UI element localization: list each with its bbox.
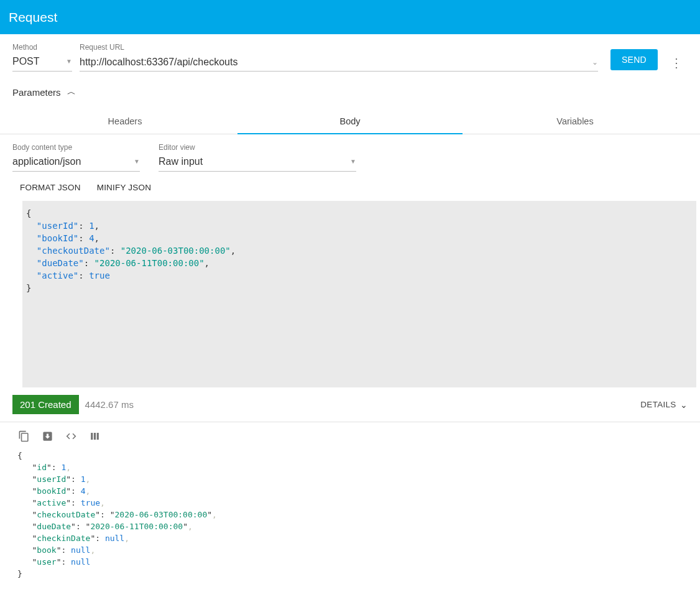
url-value: http://localhost:63367/api/checkouts <box>80 57 237 68</box>
url-label: Request URL <box>80 43 598 52</box>
tab-headers[interactable]: Headers <box>12 108 237 134</box>
parameters-toggle[interactable]: Parameters ︿ <box>0 72 700 104</box>
status-badge: 201 Created <box>12 395 79 414</box>
chevron-down-icon: ⌄ <box>592 58 598 67</box>
request-body-code: { "userId": 1, "bookId": 4, "checkoutDat… <box>22 201 696 387</box>
tab-variables[interactable]: Variables <box>463 108 688 134</box>
editor-gutter <box>12 201 22 387</box>
url-field: Request URL http://localhost:63367/api/c… <box>80 43 598 72</box>
format-actions: FORMAT JSON MINIFY JSON <box>0 173 700 197</box>
chevron-down-icon: ▼ <box>134 158 140 165</box>
tab-body[interactable]: Body <box>237 108 463 134</box>
editor-view-value: Raw input <box>159 156 203 167</box>
columns-view-icon[interactable] <box>88 430 101 442</box>
chevron-down-icon: ▼ <box>66 58 72 65</box>
editor-view-field: Editor view Raw input ▼ <box>159 143 356 172</box>
request-tabs: Headers Body Variables <box>0 108 700 134</box>
content-type-field: Body content type application/json ▼ <box>12 143 140 172</box>
minify-json-button[interactable]: MINIFY JSON <box>97 183 151 192</box>
editor-view-label: Editor view <box>159 143 356 152</box>
method-field: Method POST ▼ <box>12 43 72 72</box>
app-header: Request <box>0 0 700 34</box>
response-status-row: 201 Created 4442.67 ms DETAILS ⌄ <box>0 387 700 422</box>
method-label: Method <box>12 43 72 52</box>
method-select[interactable]: POST ▼ <box>12 53 72 72</box>
chevron-down-icon: ▼ <box>350 158 356 165</box>
url-input[interactable]: http://localhost:63367/api/checkouts ⌄ <box>80 53 598 72</box>
response-toolbar <box>0 422 700 445</box>
response-time: 4442.67 ms <box>85 399 134 410</box>
chevron-up-icon: ︿ <box>67 86 76 98</box>
details-toggle[interactable]: DETAILS ⌄ <box>640 400 688 410</box>
content-type-select[interactable]: application/json ▼ <box>12 153 140 172</box>
kebab-menu-icon[interactable]: ⋮ <box>665 55 688 70</box>
request-body-editor[interactable]: { "userId": 1, "bookId": 4, "checkoutDat… <box>12 201 696 387</box>
editor-view-select[interactable]: Raw input ▼ <box>159 153 356 172</box>
parameters-label: Parameters <box>12 87 61 98</box>
response-body: { "id": 1, "userId": 1, "bookId": 4, "ac… <box>0 445 700 592</box>
page-title: Request <box>9 10 57 25</box>
chevron-down-icon: ⌄ <box>680 400 688 410</box>
code-view-icon[interactable] <box>65 430 77 442</box>
details-label: DETAILS <box>640 400 676 409</box>
download-icon[interactable] <box>41 430 53 442</box>
format-json-button[interactable]: FORMAT JSON <box>20 183 81 192</box>
content-type-value: application/json <box>12 156 81 167</box>
method-value: POST <box>12 56 40 67</box>
copy-icon[interactable] <box>17 430 30 442</box>
request-row: Method POST ▼ Request URL http://localho… <box>0 34 700 72</box>
body-options-row: Body content type application/json ▼ Edi… <box>0 134 700 173</box>
content-type-label: Body content type <box>12 143 140 152</box>
send-button[interactable]: SEND <box>610 49 658 70</box>
